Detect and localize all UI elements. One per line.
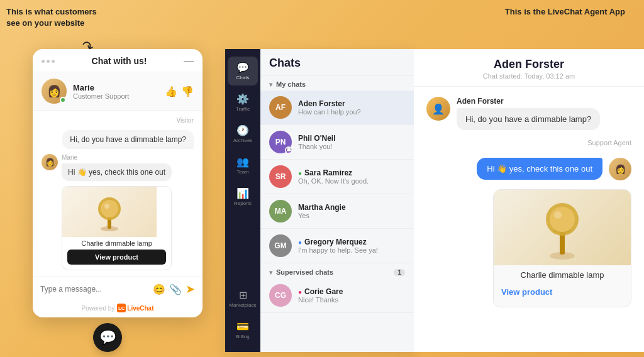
widget-agent-bar: 👩 Marie Customer Support 👍 👎 (33, 72, 203, 111)
product-name-widget: Charlie dimmable lamp (62, 237, 171, 250)
phil-preview: Thank you! (298, 143, 405, 150)
agent-panel-chat-time: Chat started: Today, 03:12 am (426, 72, 631, 80)
visitor-chat-avatar: 👤 (426, 97, 450, 121)
traffic-icon: ⚙️ (236, 93, 249, 105)
chat-list-my: AF Aden Forster How can I help you? PN 💬… (260, 91, 414, 352)
sidebar-label-archives: Archives (233, 138, 253, 143)
agent-chat-area: 👤 Aden Forster Hi, do you have a dimmabl… (414, 87, 644, 352)
product-view-button-widget[interactable]: View product (67, 250, 166, 265)
phil-avatar: PN 💬 (269, 131, 292, 153)
agent-message-row: 👩 Marie Hi 👋 yes, check this one out (42, 154, 194, 270)
app-content: Chats ▾ My chats AF Aden Forster How can… (260, 49, 414, 352)
agent-msg-avatar: 👩 (42, 154, 58, 170)
phil-info: Phil O'Neil Thank you! (298, 134, 405, 150)
agent-actions: 👍 👎 (165, 85, 194, 97)
gregory-name: ● Gregory Merquez (298, 238, 405, 246)
sidebar-item-team[interactable]: 👥 Team (228, 151, 258, 180)
sidebar-item-marketplace[interactable]: ⊞ Marketplace (228, 284, 258, 313)
thumbs-down-button[interactable]: 👎 (181, 85, 194, 97)
marketplace-icon: ⊞ (239, 289, 247, 301)
sidebar-item-traffic[interactable]: ⚙️ Traffic (228, 88, 258, 117)
livechat-logo-text: LiveChat (127, 305, 153, 312)
corie-preview: Nice! Thanks (298, 296, 405, 304)
lamp-big-icon (537, 193, 587, 262)
annotation-left: This is what customers see on your websi… (6, 6, 107, 29)
widget-title: Chat with us! (92, 56, 147, 66)
sidebar-label-marketplace: Marketplace (229, 302, 257, 308)
visitor-chat-row: 👤 Aden Forster Hi, do you have a dimmabl… (426, 97, 631, 130)
product-name-agent: Charlie dimmable lamp (494, 265, 631, 285)
sidebar-label-reports: Reports (234, 200, 252, 206)
widget-minimize-button[interactable]: — (184, 55, 194, 67)
corie-name: ● Corie Gare (298, 287, 405, 296)
agent-msg-name: Marie (62, 154, 172, 161)
visitor-label: Visitor (42, 117, 194, 124)
product-card-widget: Charlie dimmable lamp View product (62, 186, 172, 270)
team-icon: 👥 (236, 156, 249, 168)
powered-by-text: Powered by (81, 305, 114, 312)
aden-name: Aden Forster (298, 99, 405, 108)
my-chats-label[interactable]: ▾ My chats (260, 75, 414, 91)
chat-item-phil[interactable]: PN 💬 Phil O'Neil Thank you! (260, 125, 414, 160)
sidebar-item-archives[interactable]: 🕐 Archives (228, 119, 258, 148)
agent-panel: Aden Forster Chat started: Today, 03:12 … (414, 49, 644, 352)
aden-preview: How can I help you? (298, 108, 405, 116)
sidebar-item-chats[interactable]: 💬 Chats (228, 57, 258, 85)
attachment-icon[interactable]: 📎 (169, 283, 182, 295)
agent-chat-row: Hi 👋 yes, check this one out 👩 (426, 158, 631, 180)
sara-avatar: SR (269, 165, 292, 188)
my-chats-title: My chats (276, 80, 306, 88)
supervised-chats-label[interactable]: ▾ Supervised chats 1 (260, 263, 414, 278)
product-view-button-agent[interactable]: View product (501, 285, 552, 299)
supervised-chevron: ▾ (269, 269, 272, 276)
widget-messages: Visitor Hi, do you have a dimmable lamp?… (33, 111, 203, 277)
sara-name: ● Sara Ramirez (298, 168, 405, 177)
annotation-right: This is the LiveChat Agent App (505, 6, 625, 18)
sidebar-item-billing[interactable]: 💳 Billing (228, 316, 258, 344)
supervised-title: Supervised chats (276, 268, 333, 276)
svg-point-11 (554, 211, 562, 219)
sidebar-label-traffic: Traffic (236, 106, 250, 112)
gregory-preview: I'm happy to help. See ya! (298, 246, 405, 254)
widget-message-input[interactable] (40, 285, 148, 294)
gregory-avatar: GM (269, 234, 292, 257)
widget-bubble[interactable]: 💬 (93, 323, 122, 352)
agent-chat-message: Hi 👋 yes, check this one out (477, 158, 602, 180)
chats-icon: 💬 (236, 62, 249, 74)
send-icon[interactable]: ➤ (186, 282, 195, 296)
product-card-agent: Charlie dimmable lamp View product (493, 189, 631, 307)
supervised-count: 1 (394, 269, 405, 276)
chat-item-aden[interactable]: AF Aden Forster How can I help you? (260, 91, 414, 125)
martha-info: Martha Angie Yes (298, 203, 405, 219)
billing-icon: 💳 (236, 321, 249, 332)
lamp-icon (91, 190, 128, 234)
agent-info: Marie Customer Support (73, 83, 158, 100)
sidebar-label-chats: Chats (236, 75, 250, 80)
widget-agent-role: Customer Support (73, 92, 158, 100)
gregory-info: ● Gregory Merquez I'm happy to help. See… (298, 238, 405, 254)
visitor-message: Hi, do you have a dimmable lamp? (62, 130, 194, 149)
emoji-icon[interactable]: 😊 (153, 283, 165, 295)
archives-icon: 🕐 (236, 124, 249, 136)
thumbs-up-button[interactable]: 👍 (165, 85, 177, 97)
agent-avatar-wrap: 👩 (42, 79, 67, 104)
my-chats-chevron: ▾ (269, 81, 272, 88)
app-sidebar: 💬 Chats ⚙️ Traffic 🕐 Archives 👥 Team 📊 R… (225, 49, 260, 352)
visitor-chat-name: Aden Forster (457, 97, 600, 106)
chat-item-corie[interactable]: CG ● Corie Gare Nice! Thanks (260, 278, 414, 313)
agent-message-bubble: Hi 👋 yes, check this one out (62, 163, 172, 181)
app-chats-header: Chats (260, 49, 414, 75)
visitor-chat-message: Hi, do you have a dimmable lamp? (457, 108, 600, 130)
widget-dots (42, 60, 55, 63)
svg-point-10 (550, 207, 575, 232)
widget-agent-name: Marie (73, 83, 158, 92)
chat-item-gregory[interactable]: GM ● Gregory Merquez I'm happy to help. … (260, 229, 414, 263)
corie-info: ● Corie Gare Nice! Thanks (298, 287, 405, 304)
agent-online-indicator (60, 97, 66, 103)
svg-point-5 (104, 204, 109, 209)
sidebar-item-reports[interactable]: 📊 Reports (228, 182, 258, 211)
chat-item-sara[interactable]: SR ● Sara Ramirez Oh, OK. Now It's good. (260, 160, 414, 194)
chat-item-martha[interactable]: MA Martha Angie Yes (260, 194, 414, 229)
widget-footer: Powered by LC LiveChat (33, 301, 203, 317)
aden-avatar: AF (269, 96, 292, 119)
